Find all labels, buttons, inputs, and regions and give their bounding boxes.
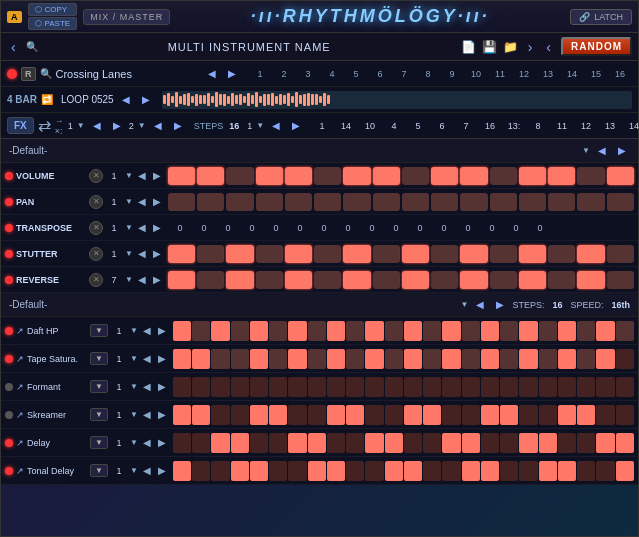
pad[interactable] (168, 193, 195, 211)
pad[interactable] (460, 167, 487, 185)
inst-pad[interactable] (346, 405, 364, 425)
pad[interactable] (343, 167, 370, 185)
inst-pad[interactable] (346, 349, 364, 369)
inst-pad[interactable] (596, 377, 614, 397)
inst-pad[interactable] (269, 377, 287, 397)
inst-pad[interactable] (250, 433, 268, 453)
pad[interactable] (607, 167, 634, 185)
inst-pad[interactable] (173, 461, 191, 481)
inst-pad[interactable] (481, 461, 499, 481)
inst-pad[interactable] (308, 433, 326, 453)
inst-pad[interactable] (327, 349, 345, 369)
section1-nav-right[interactable]: ▶ (614, 145, 630, 156)
inst-pad[interactable] (442, 349, 460, 369)
inst-pad[interactable] (539, 377, 557, 397)
inst-pad[interactable] (192, 321, 210, 341)
pad[interactable] (431, 167, 458, 185)
pad[interactable] (256, 193, 283, 211)
pad[interactable] (519, 271, 546, 289)
transpose-chevron[interactable]: ▼ (125, 223, 133, 232)
inst-pad[interactable] (404, 405, 422, 425)
inst-pad[interactable] (500, 377, 518, 397)
inst-pad[interactable] (211, 433, 229, 453)
inst-pad[interactable] (365, 433, 383, 453)
stutter-left[interactable]: ◀ (136, 248, 148, 259)
inst-pad[interactable] (385, 377, 403, 397)
inst-pad[interactable] (231, 377, 249, 397)
tonal-delay-chevron[interactable]: ▼ (130, 466, 138, 475)
pad[interactable] (519, 245, 546, 263)
inst-pad[interactable] (423, 461, 441, 481)
inst-pad[interactable] (539, 433, 557, 453)
pattern-nav-left[interactable]: ◀ (204, 68, 220, 79)
inst-pad[interactable] (577, 433, 595, 453)
ctrl-right-3[interactable]: ▶ (288, 120, 304, 131)
inst-pad[interactable] (385, 321, 403, 341)
fx-button[interactable]: FX (7, 117, 34, 134)
chevron-2[interactable]: ▼ (138, 121, 146, 130)
nav-left-arrow2[interactable]: ‹ (542, 39, 555, 55)
formant-dropdown[interactable]: ▼ (90, 380, 108, 393)
delay-chevron[interactable]: ▼ (130, 438, 138, 447)
pad[interactable] (314, 193, 341, 211)
ctrl-left-1[interactable]: ◀ (89, 120, 105, 131)
transpose-right[interactable]: ▶ (151, 222, 163, 233)
inst-pad[interactable] (577, 405, 595, 425)
inst-pad[interactable] (500, 461, 518, 481)
pad[interactable] (548, 193, 575, 211)
inst-pad[interactable] (269, 321, 287, 341)
pad[interactable] (577, 167, 604, 185)
inst-pad[interactable] (423, 349, 441, 369)
inst-pad[interactable] (616, 461, 634, 481)
pan-x-btn[interactable]: ✕ (89, 195, 103, 209)
random-button[interactable]: RANDOM (561, 37, 632, 56)
inst-pad[interactable] (250, 321, 268, 341)
inst-pad[interactable] (250, 349, 268, 369)
pad[interactable] (343, 271, 370, 289)
inst-pad[interactable] (192, 349, 210, 369)
pad[interactable] (607, 193, 634, 211)
pad[interactable] (431, 271, 458, 289)
inst-pad[interactable] (519, 405, 537, 425)
tape-dropdown[interactable]: ▼ (90, 352, 108, 365)
pad[interactable] (197, 245, 224, 263)
inst-pad[interactable] (346, 377, 364, 397)
inst-pad[interactable] (481, 321, 499, 341)
reverse-right[interactable]: ▶ (151, 274, 163, 285)
pad[interactable] (548, 167, 575, 185)
delay-dropdown[interactable]: ▼ (90, 436, 108, 449)
inst-pad[interactable] (481, 405, 499, 425)
inst-pad[interactable] (346, 461, 364, 481)
inst-pad[interactable] (211, 321, 229, 341)
pad[interactable] (519, 167, 546, 185)
inst-pad[interactable] (288, 405, 306, 425)
volume-x-btn[interactable]: ✕ (89, 169, 103, 183)
section1-nav-left[interactable]: ◀ (594, 145, 610, 156)
pad[interactable] (373, 245, 400, 263)
inst-pad[interactable] (558, 377, 576, 397)
inst-pad[interactable] (288, 461, 306, 481)
inst-pad[interactable] (519, 349, 537, 369)
copy-button[interactable]: ⬡ COPY (28, 3, 78, 16)
inst-pad[interactable] (365, 349, 383, 369)
inst-pad[interactable] (596, 321, 614, 341)
inst-pad[interactable] (616, 377, 634, 397)
inst-pad[interactable] (539, 461, 557, 481)
inst-pad[interactable] (616, 405, 634, 425)
pad[interactable] (168, 167, 195, 185)
inst-pad[interactable] (269, 405, 287, 425)
pad[interactable] (490, 167, 517, 185)
inst-pad[interactable] (596, 349, 614, 369)
inst-pad[interactable] (500, 321, 518, 341)
daft-hp-left[interactable]: ◀ (141, 325, 153, 336)
inst-pad[interactable] (269, 433, 287, 453)
inst-pad[interactable] (462, 349, 480, 369)
daft-hp-chevron[interactable]: ▼ (130, 326, 138, 335)
section2-chevron[interactable]: ▼ (461, 300, 469, 309)
inst-pad[interactable] (365, 321, 383, 341)
inst-pad[interactable] (462, 461, 480, 481)
pad[interactable] (226, 193, 253, 211)
inst-pad[interactable] (577, 461, 595, 481)
pattern-nav-right[interactable]: ▶ (224, 68, 240, 79)
inst-pad[interactable] (288, 349, 306, 369)
